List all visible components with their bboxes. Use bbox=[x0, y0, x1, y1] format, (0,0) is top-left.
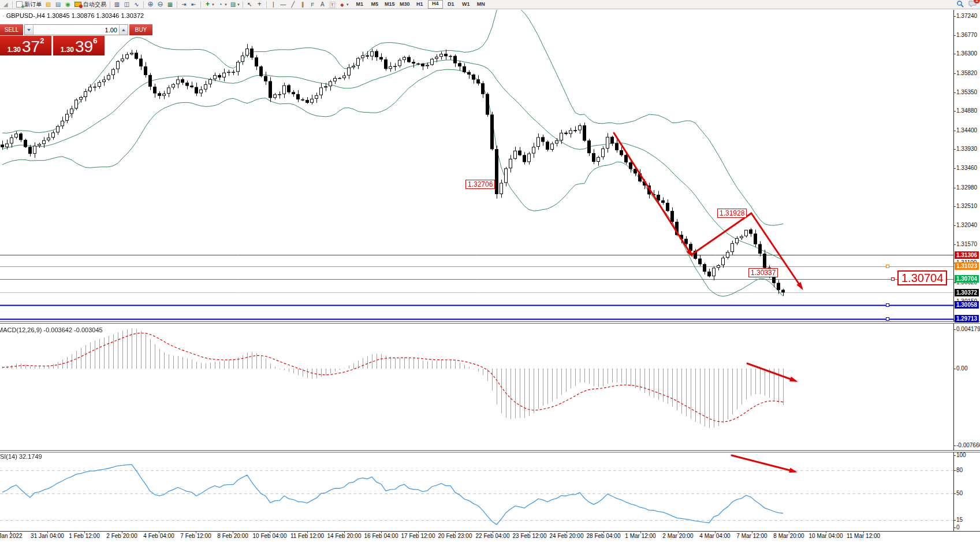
new-order-icon bbox=[16, 1, 23, 8]
text-icon[interactable] bbox=[318, 0, 327, 9]
crosshair-icon[interactable] bbox=[255, 0, 264, 9]
time-axis-label: 4 Feb 04:00 bbox=[143, 533, 174, 539]
price-tick-label: 1.32980 bbox=[956, 184, 977, 191]
dropdown-arrow-icon: ▼ bbox=[237, 3, 240, 6]
arrows-icon[interactable]: ▼ bbox=[337, 0, 350, 9]
buy-button[interactable]: BUY bbox=[129, 24, 152, 35]
price-level-badge: 1.30704 bbox=[955, 275, 979, 283]
fibonacci-icon[interactable] bbox=[308, 0, 318, 9]
trendline-icon bbox=[289, 1, 297, 8]
sell-price-sup: 2 bbox=[40, 37, 44, 44]
tile-windows-icon[interactable] bbox=[165, 0, 175, 9]
dropdown-arrow-icon: ▼ bbox=[346, 3, 349, 6]
time-axis-label: 8 Feb 20:00 bbox=[217, 533, 248, 539]
macd-axis-label: 0.004179 bbox=[956, 326, 980, 332]
new-order-button[interactable]: 新订单 bbox=[14, 0, 43, 9]
chart-window-icon[interactable] bbox=[53, 0, 63, 9]
timeframe-mn[interactable]: MN bbox=[474, 1, 488, 8]
rsi-axis-label: 100 bbox=[956, 452, 966, 458]
price-tick-mark bbox=[953, 168, 956, 169]
volume-increase-button[interactable] bbox=[119, 25, 128, 35]
chart-shift-icon[interactable] bbox=[189, 0, 199, 9]
dropdown-arrow-icon: ▼ bbox=[211, 3, 215, 6]
time-axis-label: 23 Feb 12:00 bbox=[513, 533, 547, 539]
cursor-icon[interactable] bbox=[245, 0, 255, 9]
time-axis-label: 28 Feb 04:00 bbox=[587, 533, 621, 539]
clipped-icon[interactable] bbox=[1, 0, 10, 9]
toolbar-separator bbox=[143, 1, 144, 8]
market-watch-icon[interactable] bbox=[43, 0, 53, 9]
candlestick-chart-icon[interactable] bbox=[122, 0, 132, 9]
signals-icon bbox=[64, 1, 72, 8]
price-tick-label: 1.34880 bbox=[956, 107, 977, 114]
macd-tick-mark bbox=[953, 446, 956, 446]
trendline-icon[interactable] bbox=[288, 0, 298, 9]
horizontal-line-icon bbox=[279, 1, 288, 8]
search-icon[interactable] bbox=[956, 0, 964, 10]
volume-stepper bbox=[24, 24, 128, 35]
bar-chart-icon[interactable] bbox=[112, 0, 122, 9]
price-tick-mark bbox=[953, 16, 956, 17]
sell-price-display[interactable]: 1.30 37 2 bbox=[0, 36, 51, 55]
rsi-tick-mark bbox=[953, 528, 956, 528]
triangle-down-icon bbox=[27, 29, 31, 31]
zoom-out-icon bbox=[156, 1, 165, 8]
buy-price-small: 1.30 bbox=[61, 44, 74, 55]
zoom-in-icon[interactable] bbox=[146, 0, 155, 9]
price-level-badge: 1.31306 bbox=[955, 251, 979, 259]
price-level-badge: 1.30372 bbox=[955, 289, 979, 296]
auto-scroll-icon bbox=[180, 1, 188, 8]
price-tick-label: 1.34400 bbox=[956, 127, 977, 133]
notifications-icon[interactable]: 1 bbox=[968, 0, 977, 10]
sell-button[interactable]: SELL bbox=[0, 24, 23, 35]
time-axis-label: 7 Feb 12:00 bbox=[180, 533, 211, 539]
timeframe-h4[interactable]: H4 bbox=[428, 0, 443, 9]
rsi-tick-mark bbox=[953, 493, 956, 494]
time-axis-label: 11 Mar 12:00 bbox=[847, 533, 880, 539]
horizontal-line-icon[interactable] bbox=[278, 0, 288, 9]
price-annotation: 1.32706 bbox=[465, 180, 495, 189]
chart-canvas[interactable] bbox=[0, 10, 953, 532]
timeframe-m15[interactable]: M15 bbox=[383, 1, 397, 8]
time-axis-label: 24 Feb 20:00 bbox=[550, 533, 584, 539]
auto-scroll-icon[interactable] bbox=[179, 0, 189, 9]
line-chart-icon[interactable] bbox=[132, 0, 141, 9]
volume-decrease-button[interactable] bbox=[25, 25, 33, 35]
templates-icon[interactable]: ▼ bbox=[228, 0, 241, 9]
one-click-price-row: 1.30 37 2 1.30 39 6 bbox=[0, 36, 106, 55]
main-macd-separator[interactable] bbox=[0, 321, 980, 324]
mt4-window: 新订单自动交易▼▼▼▼M1M5M15M30H1H4D1W1MN1 ·GBPUSD… bbox=[0, 0, 980, 542]
macd-rsi-separator[interactable] bbox=[0, 450, 980, 452]
time-axis-label: 10 Feb 04:00 bbox=[253, 533, 287, 539]
price-tick-label: 1.32040 bbox=[956, 222, 977, 228]
timeframe-m5[interactable]: M5 bbox=[368, 1, 382, 8]
price-axis-line bbox=[953, 10, 954, 532]
signals-icon[interactable] bbox=[63, 0, 73, 9]
toolbar-separator bbox=[110, 1, 110, 8]
trendline-handle[interactable] bbox=[891, 277, 895, 281]
time-axis-label: 2 Mar 20:00 bbox=[662, 533, 693, 539]
macd-indicator-label: MACD(12,26,9) -0.003642 -0.003045 bbox=[0, 326, 103, 333]
timeframe-bar: M1M5M15M30H1H4D1W1MN bbox=[352, 0, 489, 9]
volume-input[interactable] bbox=[33, 25, 119, 35]
text-label-icon[interactable] bbox=[327, 0, 337, 9]
timeframe-m1[interactable]: M1 bbox=[353, 1, 367, 8]
timeframe-h1[interactable]: H1 bbox=[413, 1, 427, 8]
periods-icon[interactable]: ▼ bbox=[215, 0, 228, 9]
channel-icon[interactable] bbox=[298, 0, 308, 9]
auto-trading-button[interactable]: 自动交易 bbox=[73, 0, 108, 9]
timeframe-m30[interactable]: M30 bbox=[398, 1, 412, 8]
toolbar-right-group: 1 bbox=[956, 0, 980, 10]
timeframe-w1[interactable]: W1 bbox=[459, 1, 473, 8]
add-indicator-icon[interactable]: ▼ bbox=[203, 0, 215, 9]
rsi-axis-label: 15 bbox=[956, 517, 963, 523]
time-axis-label: 7 Mar 12:00 bbox=[736, 533, 767, 539]
macd-axis-label: 0.00 bbox=[956, 365, 967, 372]
vertical-line-icon[interactable] bbox=[269, 0, 278, 9]
chart-window-icon bbox=[54, 1, 62, 8]
price-tick-label: 1.36770 bbox=[956, 32, 977, 38]
timeframe-d1[interactable]: D1 bbox=[444, 1, 458, 8]
buy-price-display[interactable]: 1.30 39 6 bbox=[53, 36, 105, 55]
time-axis-label: 17 Feb 12:00 bbox=[401, 533, 435, 539]
zoom-out-icon[interactable] bbox=[155, 0, 165, 9]
